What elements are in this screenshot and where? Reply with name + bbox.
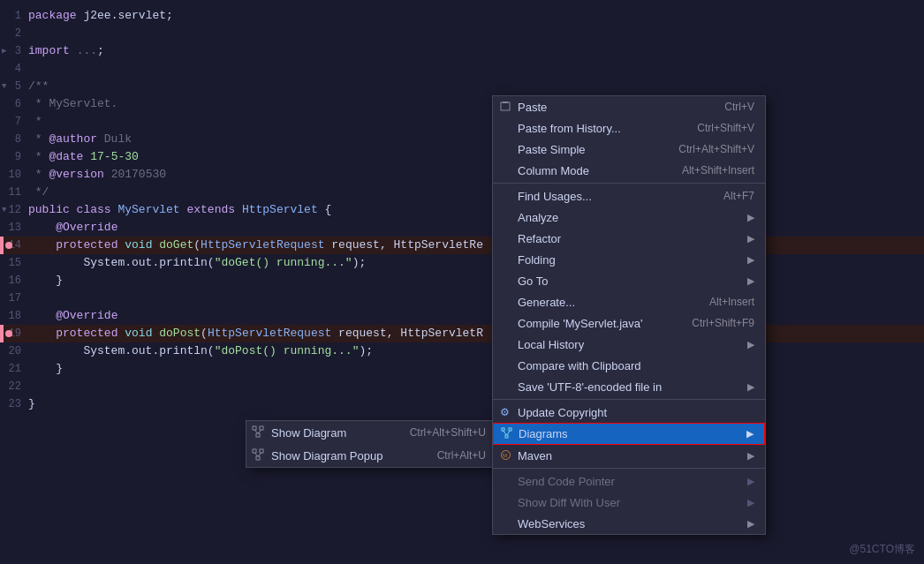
code-line-15: 15 System.out.println("doGet() running..… — [0, 254, 924, 272]
compare-clipboard-item[interactable]: Compare with Clipboard — [493, 355, 765, 376]
separator-1 — [493, 183, 765, 184]
paste-label: Paste — [518, 101, 710, 114]
refactor-item[interactable]: Refactor ▶ — [493, 228, 765, 249]
separator-2 — [493, 399, 765, 400]
folding-item[interactable]: Folding ▶ — [493, 249, 765, 270]
svg-rect-14 — [505, 435, 508, 438]
svg-text:M: M — [503, 453, 507, 458]
find-usages-shortcut: Alt+F7 — [723, 190, 754, 202]
code-line-5: ▼5 /** — [0, 78, 924, 95]
line-number-5: ▼5 — [0, 78, 28, 95]
analyze-label: Analyze — [518, 211, 740, 224]
diagrams-submenu[interactable]: Show Diagram Ctrl+Alt+Shift+U Show Diagr… — [246, 420, 497, 468]
paste-item[interactable]: Paste Ctrl+V — [493, 96, 765, 117]
separator-3 — [493, 468, 765, 469]
find-usages-item[interactable]: Find Usages... Alt+F7 — [493, 185, 765, 207]
paste-simple-label: Paste Simple — [518, 143, 664, 156]
line-number-4: 4 — [0, 60, 28, 78]
refactor-arrow: ▶ — [747, 233, 754, 244]
compile-shortcut: Ctrl+Shift+F9 — [692, 317, 754, 329]
line-content-3: import ...; — [28, 42, 917, 60]
code-line-21: 21 } — [0, 360, 924, 378]
show-diff-user-item[interactable]: Show Diff With User ▶ — [493, 492, 765, 513]
code-line-8: 8 * @author Dulk — [0, 131, 924, 148]
code-lines: 1 package j2ee.servlet; 2 ▶3 import ...;… — [0, 0, 924, 420]
line-content-14: protected void doGet(HttpServletRequest … — [28, 237, 917, 254]
analyze-item[interactable]: Analyze ▶ — [493, 207, 765, 228]
maven-arrow: ▶ — [747, 450, 754, 462]
diagram-icon — [252, 425, 266, 440]
save-utf8-arrow: ▶ — [747, 381, 754, 393]
svg-rect-6 — [260, 449, 263, 453]
code-line-20: 20 System.out.println("doPost() running.… — [0, 342, 924, 360]
line-number-2: 2 — [0, 25, 28, 42]
line-content-16: } — [28, 272, 917, 290]
code-line-13: 13 @Override — [0, 219, 924, 237]
line-content-22 — [28, 378, 917, 395]
svg-rect-1 — [260, 426, 263, 430]
show-diff-user-arrow: ▶ — [747, 497, 754, 508]
line-number-19: 19 — [0, 325, 28, 342]
show-diagram-popup-shortcut: Ctrl+Alt+U — [437, 449, 486, 462]
show-diagram-popup-item[interactable]: Show Diagram Popup Ctrl+Alt+U — [246, 444, 496, 467]
column-mode-label: Column Mode — [518, 164, 668, 177]
line-content-23: } — [28, 395, 917, 413]
code-line-12: ▼12 public class MyServlet extends HttpS… — [0, 201, 924, 219]
show-diagram-shortcut: Ctrl+Alt+Shift+U — [410, 426, 486, 439]
line-number-6: 6 — [0, 95, 28, 113]
code-line-14: 14 protected void doGet(HttpServletReque… — [0, 237, 924, 254]
folding-arrow: ▶ — [747, 254, 754, 266]
watermark: @51CTO博客 — [849, 542, 915, 557]
code-line-1: 1 package j2ee.servlet; — [0, 7, 924, 25]
maven-icon: M — [500, 449, 511, 462]
code-line-17: 17 — [0, 290, 924, 307]
maven-item[interactable]: M Maven ▶ — [493, 445, 765, 466]
generate-item[interactable]: Generate... Alt+Insert — [493, 291, 765, 312]
show-diff-user-label: Show Diff With User — [518, 496, 740, 509]
diagrams-label: Diagrams — [519, 427, 739, 440]
line-number-21: 21 — [0, 360, 28, 378]
update-copyright-label: Update Copyright — [518, 406, 754, 419]
line-content-1: package j2ee.servlet; — [28, 7, 917, 25]
line-number-14: 14 — [0, 237, 28, 254]
column-mode-item[interactable]: Column Mode Alt+Shift+Insert — [493, 160, 765, 181]
context-menu[interactable]: Paste Ctrl+V Paste from History... Ctrl+… — [492, 95, 766, 535]
line-number-7: 7 — [0, 113, 28, 131]
svg-rect-12 — [502, 428, 504, 431]
diagrams-item[interactable]: Diagrams ▶ — [493, 423, 765, 445]
send-code-pointer-item[interactable]: Send Code Pointer ▶ — [493, 470, 765, 492]
svg-line-15 — [504, 431, 507, 435]
code-line-11: 11 */ — [0, 184, 924, 201]
code-line-18: 18 @Override — [0, 307, 924, 325]
line-number-15: 15 — [0, 254, 28, 272]
line-number-22: 22 — [0, 378, 28, 395]
line-content-7: * — [28, 113, 917, 131]
goto-arrow: ▶ — [747, 275, 754, 287]
save-utf8-label: Save 'UTF-8'-encoded file in — [518, 380, 740, 394]
local-history-label: Local History — [518, 338, 740, 351]
paste-simple-item[interactable]: Paste Simple Ctrl+Alt+Shift+V — [493, 139, 765, 160]
code-line-6: 6 * MyServlet. — [0, 95, 924, 113]
generate-shortcut: Alt+Insert — [709, 296, 754, 308]
paste-history-item[interactable]: Paste from History... Ctrl+Shift+V — [493, 117, 765, 139]
svg-rect-0 — [253, 426, 256, 430]
svg-rect-5 — [253, 449, 256, 453]
line-content-13: @Override — [28, 219, 917, 237]
line-content-4 — [28, 60, 917, 78]
show-diagram-item[interactable]: Show Diagram Ctrl+Alt+Shift+U — [246, 421, 496, 444]
send-code-pointer-arrow: ▶ — [747, 476, 754, 487]
webservices-item[interactable]: WebServices ▶ — [493, 513, 765, 534]
svg-line-4 — [258, 430, 261, 433]
code-line-19: 19 protected void doPost(HttpServletRequ… — [0, 325, 924, 342]
line-content-15: System.out.println("doGet() running...")… — [28, 254, 917, 272]
local-history-item[interactable]: Local History ▶ — [493, 334, 765, 355]
save-utf8-item[interactable]: Save 'UTF-8'-encoded file in ▶ — [493, 376, 765, 397]
diagrams-icon — [501, 427, 512, 440]
local-history-arrow: ▶ — [747, 339, 754, 350]
compile-item[interactable]: Compile 'MyServlet.java' Ctrl+Shift+F9 — [493, 312, 765, 334]
goto-item[interactable]: Go To ▶ — [493, 270, 765, 291]
goto-label: Go To — [518, 274, 740, 288]
find-usages-label: Find Usages... — [518, 190, 709, 203]
update-copyright-item[interactable]: ⚙ Update Copyright — [493, 402, 765, 423]
paste-simple-shortcut: Ctrl+Alt+Shift+V — [678, 143, 754, 155]
